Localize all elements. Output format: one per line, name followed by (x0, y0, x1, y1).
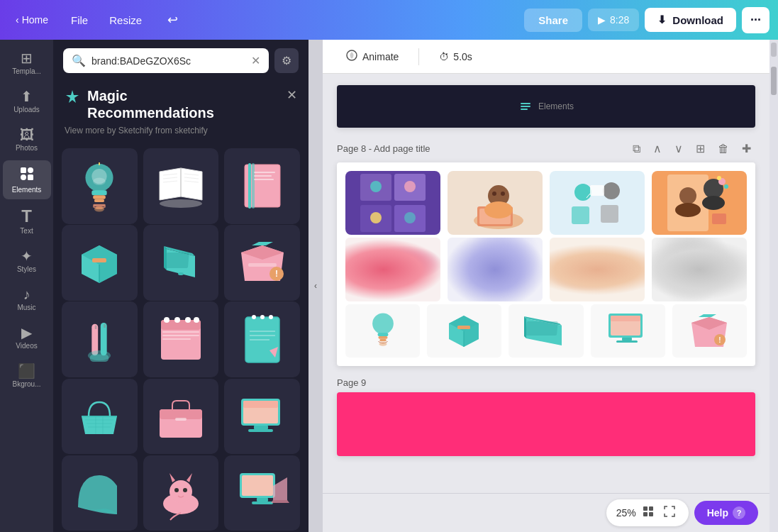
download-button[interactable]: ⬇ Download (645, 8, 736, 32)
delete-page-button[interactable]: 🗑 (713, 139, 733, 158)
svg-marker-68 (187, 473, 192, 482)
element-monitor[interactable] (224, 379, 300, 455)
music-icon: ♪ (23, 287, 30, 301)
svg-text:!: ! (719, 336, 721, 344)
sidebar-item-styles[interactable]: ✦ Styles (3, 243, 51, 279)
search-input[interactable] (91, 55, 245, 67)
svg-rect-22 (254, 179, 274, 180)
element-green-notebook[interactable] (224, 301, 300, 377)
svg-rect-118 (457, 326, 470, 329)
svg-rect-1 (28, 167, 33, 173)
sidebar-item-music[interactable]: ♪ Music (3, 282, 51, 317)
element-pink-notebook[interactable] (143, 301, 219, 377)
svg-point-87 (404, 212, 416, 223)
panel-collapse-button[interactable]: ‹ (309, 40, 323, 532)
element-tablet[interactable] (143, 225, 219, 301)
clear-search-button[interactable]: ✕ (251, 54, 260, 67)
uploads-icon: ⬆ (21, 89, 33, 104)
page-9-header: Page 9 (337, 377, 755, 388)
svg-rect-114 (377, 333, 388, 336)
fullscreen-button[interactable] (660, 504, 679, 522)
page-8-section: Page 8 - Add page title ⧉ ∧ ∨ ⊞ 🗑 ✚ (337, 139, 755, 366)
svg-rect-7 (93, 196, 106, 199)
element-book[interactable] (143, 148, 219, 224)
file-menu[interactable]: File (61, 10, 98, 31)
elements-icon (19, 166, 35, 184)
sidebar-item-elements[interactable]: Elements (3, 160, 51, 199)
download-icon: ⬇ (657, 13, 667, 26)
styles-icon: ✦ (21, 249, 33, 263)
share-button[interactable]: Share (524, 9, 582, 32)
more-options-button[interactable]: ··· (742, 7, 769, 33)
home-label: Home (22, 14, 48, 26)
sidebar-item-templates[interactable]: ⊞ Templa... (3, 45, 51, 81)
download-label: Download (672, 14, 723, 26)
duration-icon: ⏱ (439, 51, 449, 62)
add-page-button[interactable]: ✚ (738, 139, 755, 158)
element-basket[interactable] (62, 379, 138, 455)
duplicate-page-button[interactable]: ⊞ (691, 139, 709, 158)
move-down-button[interactable]: ∨ (670, 139, 687, 158)
page-8-canvas[interactable]: ! (337, 162, 755, 366)
element-box[interactable] (62, 225, 138, 301)
element-lightbulb[interactable] (62, 148, 138, 224)
svg-rect-38 (162, 335, 199, 336)
page-9-title: Page 9 (337, 377, 366, 388)
element-monitor-2[interactable] (224, 455, 300, 531)
filter-button[interactable]: ⚙ (274, 48, 299, 73)
sidebar-item-uploads[interactable]: ⬆ Uploads (3, 84, 51, 119)
svg-rect-123 (616, 340, 638, 343)
search-bar: 🔍 ✕ ⚙ (53, 40, 309, 82)
sidebar-label-elements: Elements (12, 186, 42, 194)
svg-point-48 (252, 315, 256, 319)
element-briefcase[interactable] (143, 379, 219, 455)
svg-rect-2 (21, 174, 26, 180)
sidebar-item-photos[interactable]: 🖼 Photos (3, 122, 51, 157)
back-home-button[interactable]: ‹ Home (9, 10, 55, 30)
zoom-grid-button[interactable] (639, 504, 657, 522)
undo-button[interactable]: ↩ (160, 8, 185, 32)
element-animal[interactable] (143, 455, 219, 531)
svg-point-41 (174, 317, 180, 323)
resize-menu[interactable]: Resize (99, 10, 152, 31)
duration-button[interactable]: ⏱ 5.0s (430, 47, 480, 67)
bottom-bar: 25% (323, 493, 769, 532)
sidebar-item-videos[interactable]: ▶ Videos (3, 320, 51, 355)
svg-rect-32 (104, 323, 106, 327)
element-teal-shape[interactable] (62, 455, 138, 531)
sidebar-item-text[interactable]: T Text (3, 202, 51, 240)
canvas-scroll[interactable]: Elements Page 8 - Add page title ⧉ ∧ ∨ ⊞… (323, 74, 769, 493)
animate-button[interactable]: Animate (337, 45, 407, 68)
svg-rect-96 (562, 171, 633, 235)
svg-rect-124 (611, 316, 640, 321)
svg-point-97 (574, 184, 591, 201)
element-pencils[interactable] (62, 301, 138, 377)
sidebar-item-background[interactable]: ⬛ Bkgrou... (3, 358, 51, 394)
copy-page-button[interactable]: ⧉ (628, 139, 645, 158)
svg-point-111 (724, 184, 728, 189)
svg-rect-8 (94, 199, 104, 202)
partial-page-top: Elements (337, 85, 755, 128)
svg-point-14 (94, 207, 104, 212)
close-magic-rec-button[interactable]: ✕ (287, 87, 297, 103)
svg-point-70 (183, 488, 187, 492)
move-up-button[interactable]: ∧ (649, 139, 666, 158)
svg-rect-62 (254, 426, 268, 429)
photos-icon: 🖼 (20, 128, 34, 142)
chevron-left-icon: ‹ (16, 14, 19, 26)
page-9-canvas[interactable] (337, 392, 755, 456)
main-layout: ⊞ Templa... ⬆ Uploads 🖼 Photos Elements … (0, 40, 778, 532)
help-button[interactable]: Help ? (694, 501, 758, 525)
svg-rect-77 (521, 106, 530, 107)
svg-rect-129 (643, 512, 648, 516)
svg-point-85 (404, 181, 416, 192)
right-scrollbar[interactable] (769, 40, 778, 532)
svg-rect-72 (242, 475, 273, 496)
element-notebook-pink[interactable] (224, 148, 300, 224)
svg-rect-78 (521, 109, 528, 110)
svg-rect-6 (92, 191, 107, 196)
magic-rec-subtitle: View more by Sketchify from sketchify (53, 124, 309, 143)
timer-button[interactable]: ▶ 8:28 (588, 9, 639, 31)
element-folder[interactable]: ! (224, 225, 300, 301)
svg-point-108 (702, 196, 725, 210)
